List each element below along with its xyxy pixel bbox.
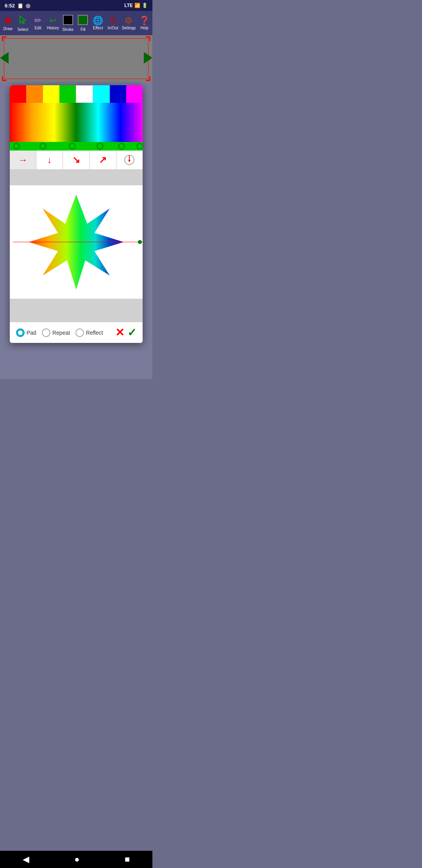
slider-dot-2[interactable] [39, 143, 46, 150]
inout-label: In/Out [108, 26, 118, 30]
history-icon: ↩ [49, 16, 56, 25]
tool-inout[interactable]: ⇅ In/Out [106, 13, 120, 34]
record-icon: ◎ [26, 3, 30, 9]
swatch-blue[interactable] [110, 85, 126, 103]
handle-bl [2, 76, 7, 81]
slider-dot-3[interactable] [69, 143, 76, 150]
slider-dot-4[interactable] [97, 143, 104, 150]
cancel-button[interactable]: ✕ [115, 326, 124, 339]
toolbar: ✚ Draw Select ✏ Edit ↩ History S [0, 11, 152, 35]
canvas-area[interactable] [0, 35, 152, 82]
star-preview[interactable] [10, 185, 143, 299]
settings-icon: ⚙ [125, 16, 132, 25]
radio-reflect-circle[interactable] [75, 328, 84, 337]
dir-down-btn[interactable]: ↓ [36, 151, 63, 169]
swatch-green[interactable] [59, 85, 76, 103]
svg-marker-1 [144, 52, 152, 64]
slider-dot-1[interactable] [13, 143, 20, 150]
inout-icon: ⇅ [109, 16, 116, 25]
radio-repeat-label: Repeat [52, 330, 70, 336]
status-bar: 6:52 📋 ◎ LTE 📶 🔋 [0, 0, 152, 11]
preview-bottom-padding [10, 299, 143, 322]
tool-stroke[interactable]: Stroke [61, 13, 75, 34]
swatch-white[interactable] [76, 85, 93, 103]
radio-reflect[interactable]: Reflect [75, 328, 103, 337]
tool-settings[interactable]: ⚙ Settings [121, 13, 136, 34]
selection-border [4, 38, 148, 79]
lte-label: LTE [124, 3, 133, 8]
time: 6:52 [5, 3, 15, 9]
gradient-spectrum[interactable] [10, 103, 143, 142]
handle-tr [146, 36, 150, 41]
radio-pad-circle[interactable] [16, 328, 25, 337]
radio-pad[interactable]: Pad [16, 328, 36, 337]
spread-options: Pad Repeat Reflect [16, 328, 112, 337]
radio-reflect-label: Reflect [86, 330, 103, 336]
dir-radial-btn[interactable] [116, 151, 143, 169]
fill-icon [78, 15, 88, 27]
battery-icon: 🔋 [142, 3, 148, 8]
tool-select[interactable]: Select [16, 13, 30, 34]
edit-icon: ✏ [34, 16, 41, 25]
dialog-footer: Pad Repeat Reflect ✕ ✓ [10, 322, 143, 343]
help-icon: ❓ [139, 16, 150, 25]
effect-icon: 🌐 [93, 16, 103, 25]
effect-label: Effect [93, 26, 103, 30]
tool-help[interactable]: ❓ Help [138, 13, 152, 34]
svg-marker-0 [0, 52, 9, 64]
ok-button[interactable]: ✓ [127, 326, 136, 339]
gradient-slider-track[interactable] [10, 142, 143, 151]
draw-label: Draw [4, 27, 13, 31]
settings-label: Settings [122, 26, 136, 30]
direction-buttons: → ↓ ↘ ↗ [10, 151, 143, 170]
tool-history[interactable]: ↩ History [46, 13, 60, 34]
stroke-icon [63, 15, 73, 27]
gradient-dialog: → ↓ ↘ ↗ [10, 85, 143, 343]
help-label: Help [140, 26, 148, 30]
color-swatches-row [10, 85, 143, 103]
slider-dot-5[interactable] [118, 143, 125, 150]
tool-draw[interactable]: ✚ Draw [1, 13, 15, 34]
sim-icon: 📋 [17, 3, 23, 9]
canvas-arrow-right[interactable] [144, 52, 152, 65]
tool-fill[interactable]: Fill [76, 13, 90, 34]
swatch-yellow[interactable] [43, 85, 59, 103]
dir-right-btn[interactable]: → [10, 151, 36, 169]
swatch-red[interactable] [10, 85, 26, 103]
gradient-line [13, 242, 143, 242]
preview-area [10, 170, 143, 322]
draw-icon: ✚ [4, 16, 12, 26]
swatch-orange[interactable] [26, 85, 43, 103]
signal-icon: 📶 [134, 3, 140, 8]
radio-pad-label: Pad [27, 330, 36, 336]
canvas-below [0, 346, 152, 362]
swatch-magenta[interactable] [126, 85, 143, 103]
radio-repeat[interactable]: Repeat [42, 328, 70, 337]
swatch-cyan[interactable] [93, 85, 109, 103]
history-label: History [47, 26, 59, 30]
slider-dot-6[interactable] [136, 143, 143, 150]
fill-label: Fill [80, 27, 86, 32]
select-icon [18, 14, 29, 27]
handle-br [146, 76, 150, 81]
dir-diagonal-down-btn[interactable]: ↘ [63, 151, 89, 169]
gradient-line-end-dot [138, 240, 142, 244]
select-label: Select [18, 27, 29, 32]
edit-label: Edit [34, 26, 41, 30]
svg-marker-4 [128, 160, 131, 162]
preview-top-padding [10, 178, 143, 185]
stroke-label: Stroke [62, 27, 73, 32]
tool-effect[interactable]: 🌐 Effect [91, 13, 105, 34]
dir-diagonal-up-btn[interactable]: ↗ [90, 151, 116, 169]
tool-edit[interactable]: ✏ Edit [31, 13, 45, 34]
radio-repeat-circle[interactable] [42, 328, 50, 337]
canvas-arrow-left[interactable] [0, 52, 9, 65]
handle-tl [2, 36, 7, 41]
